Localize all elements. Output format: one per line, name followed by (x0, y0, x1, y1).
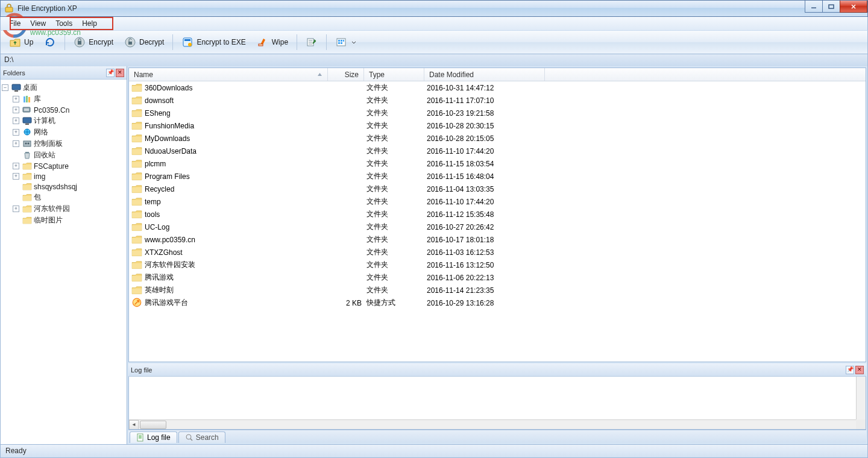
svg-rect-12 (128, 42, 132, 45)
menu-tools[interactable]: Tools (51, 18, 77, 29)
tree-item-label[interactable]: img (34, 172, 45, 181)
decrypt-button[interactable]: Decrypt (119, 34, 169, 51)
cell-date: 2016-11-16 13:12:50 (427, 261, 547, 269)
table-row[interactable]: 腾讯游戏平台2 KB快捷方式2016-10-29 13:16:28 (129, 296, 866, 309)
close-button[interactable] (840, 1, 867, 13)
encrypt-button[interactable]: Encrypt (69, 34, 118, 51)
column-size[interactable]: Size (328, 68, 364, 81)
table-row[interactable]: temp文件夹2016-11-10 17:44:20 (129, 195, 866, 208)
table-row[interactable]: 360Downloads文件夹2016-10-31 14:47:12 (129, 81, 866, 94)
folder-icon (22, 172, 32, 181)
table-row[interactable]: 英雄时刻文件夹2016-11-14 21:23:35 (129, 284, 866, 296)
wipe-button[interactable]: Wipe (252, 34, 293, 51)
pin-icon[interactable]: 📌 (106, 69, 115, 77)
folder-tree[interactable]: − 桌面 +库+Pc0359.Cn+计算机+网络+控制面板回收站+FSCaptu… (1, 80, 127, 444)
tree-expand-icon[interactable]: + (13, 96, 19, 102)
tree-item-label[interactable]: 临时图片 (34, 215, 63, 225)
pin-icon[interactable]: 📌 (846, 366, 854, 374)
wipe-icon (257, 36, 269, 48)
table-row[interactable]: Program Files文件夹2016-11-15 16:48:04 (129, 170, 866, 183)
menu-help[interactable]: Help (77, 18, 102, 29)
tree-expand-icon[interactable]: + (13, 107, 19, 113)
tree-expand-icon[interactable] (13, 183, 19, 190)
chevron-down-icon (351, 38, 356, 46)
path-bar[interactable]: D:\ (0, 54, 868, 66)
table-row[interactable]: tools文件夹2016-11-12 15:35:48 (129, 208, 866, 221)
scroll-thumb[interactable] (140, 421, 166, 429)
cell-date: 2016-10-31 14:47:12 (427, 84, 547, 92)
close-pane-icon[interactable]: ✕ (116, 69, 124, 77)
refresh-button[interactable] (39, 34, 61, 51)
view-mode-button[interactable] (330, 34, 361, 51)
column-name[interactable]: Name (129, 68, 328, 81)
tree-root-label: 桌面 (23, 83, 37, 93)
tab-search[interactable]: Search (178, 431, 225, 443)
tab-log-file[interactable]: Log file (130, 431, 177, 443)
tree-item-label[interactable]: FSCapture (34, 162, 69, 171)
table-row[interactable]: MyDownloads文件夹2016-10-28 20:15:05 (129, 132, 866, 145)
table-row[interactable]: 腾讯游戏文件夹2016-11-06 20:22:13 (129, 271, 866, 284)
column-date[interactable]: Date Modified (424, 68, 545, 81)
table-row[interactable]: Recycled文件夹2016-11-04 13:03:35 (129, 183, 866, 195)
tree-item-label[interactable]: 包 (34, 192, 41, 202)
tree-item-label[interactable]: 计算机 (34, 116, 55, 126)
svg-rect-10 (78, 41, 81, 45)
vertical-scrollbar[interactable] (856, 377, 866, 419)
tree-item-label[interactable]: 河东软件园 (34, 204, 70, 214)
cell-date: 2016-11-12 15:35:48 (427, 210, 547, 219)
table-row[interactable]: XTXZGhost文件夹2016-11-03 16:12:53 (129, 246, 866, 259)
tree-item-label[interactable]: Pc0359.Cn (34, 106, 69, 114)
cell-type: 文件夹 (366, 196, 427, 207)
tree-expand-icon[interactable] (13, 194, 19, 201)
tree-item-label[interactable]: 控制面板 (34, 139, 63, 149)
table-row[interactable]: NduoaUserData文件夹2016-11-10 17:44:20 (129, 145, 866, 157)
tree-expand-icon[interactable]: + (13, 163, 19, 169)
cell-date: 2016-11-06 20:22:13 (427, 274, 547, 282)
status-text: Ready (5, 447, 27, 455)
menu-view[interactable]: View (25, 18, 51, 29)
table-row[interactable]: plcmm文件夹2016-11-15 18:03:54 (129, 157, 866, 170)
minimize-button[interactable] (805, 1, 823, 13)
tree-collapse-icon[interactable]: − (2, 84, 8, 91)
tree-item-label[interactable]: 网络 (34, 127, 48, 137)
tree-expand-icon[interactable]: + (13, 205, 19, 212)
column-type[interactable]: Type (364, 68, 424, 81)
scroll-left-icon[interactable]: ◄ (129, 420, 139, 430)
search-icon (185, 433, 193, 442)
tree-expand-icon[interactable] (13, 217, 19, 224)
column-size-label: Size (345, 71, 359, 79)
close-pane-icon[interactable]: ✕ (855, 366, 864, 374)
menu-file[interactable]: File (4, 18, 25, 29)
folder-icon (22, 216, 32, 225)
cell-date: 2016-10-27 20:26:42 (427, 223, 547, 231)
file-rows[interactable]: 360Downloads文件夹2016-10-31 14:47:12downso… (129, 81, 866, 362)
encrypt-icon (74, 36, 86, 48)
tree-expand-icon[interactable]: + (13, 140, 19, 147)
column-headers: Name Size Type Date Modified (129, 68, 866, 81)
cell-type: 文件夹 (366, 184, 427, 194)
up-label: Up (24, 38, 33, 46)
table-row[interactable]: UC-Log文件夹2016-10-27 20:26:42 (129, 221, 866, 233)
tree-expand-icon[interactable]: + (13, 173, 19, 180)
table-row[interactable]: 河东软件园安装文件夹2016-11-16 13:12:50 (129, 259, 866, 271)
table-row[interactable]: ESheng文件夹2016-10-23 19:21:58 (129, 107, 866, 119)
svg-rect-28 (28, 97, 30, 102)
options-button[interactable] (301, 34, 322, 51)
svg-point-15 (188, 43, 192, 46)
encrypt-to-exe-button[interactable]: Encrypt to EXE (177, 34, 250, 51)
tree-expand-icon[interactable]: + (13, 129, 19, 136)
table-row[interactable]: www.pc0359.cn文件夹2016-10-17 18:01:18 (129, 233, 866, 246)
log-pane: Log file 📌 ✕ ◄ Log file (128, 363, 866, 443)
tree-expand-icon[interactable]: + (13, 118, 19, 124)
column-name-label: Name (134, 71, 153, 79)
cell-name: Program Files (145, 172, 330, 181)
horizontal-scrollbar[interactable]: ◄ (129, 419, 856, 429)
table-row[interactable]: downsoft文件夹2016-11-11 17:07:10 (129, 94, 866, 107)
tree-item-label[interactable]: shsqysdshsqj (34, 183, 77, 191)
maximize-button[interactable] (822, 1, 840, 13)
table-row[interactable]: FunshionMedia文件夹2016-10-28 20:30:15 (129, 119, 866, 132)
up-button[interactable]: Up (4, 34, 38, 51)
tree-expand-icon[interactable] (13, 152, 19, 158)
tree-item-label[interactable]: 回收站 (34, 150, 55, 160)
tree-item-label[interactable]: 库 (34, 94, 41, 104)
